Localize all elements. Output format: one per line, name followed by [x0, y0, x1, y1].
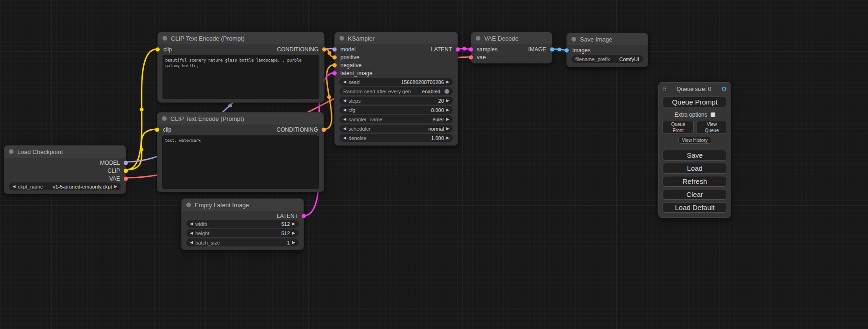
conditioning-output-port[interactable] [322, 127, 326, 132]
increment-arrow-icon[interactable]: ▶ [446, 118, 449, 121]
collapse-dot-icon[interactable] [476, 36, 480, 41]
queue-front-button[interactable]: Queue Front [663, 121, 694, 134]
node-header[interactable]: KSampler [335, 32, 458, 44]
node-ksampler[interactable]: KSampler model LATENT positive negative [334, 32, 458, 146]
collapse-dot-icon[interactable] [9, 149, 14, 154]
slot-label: MODEL [100, 160, 120, 166]
widget-sampler-name[interactable]: ◀ sampler_name euler ▶ [339, 115, 453, 123]
vae-input-port[interactable] [469, 55, 473, 59]
widget-cfg[interactable]: ◀ cfg 8.000 ▶ [339, 106, 453, 114]
widget-width[interactable]: ◀ width 512 ▶ [186, 220, 299, 228]
widget-label: ckpt_name [18, 184, 43, 189]
latent-image-input-port[interactable] [332, 71, 337, 75]
node-title: CLIP Text Encode (Prompt) [170, 115, 244, 122]
widget-value: 8.000 [431, 107, 444, 113]
node-header[interactable]: VAE Decode [471, 32, 552, 44]
increment-arrow-icon[interactable]: ▶ [446, 99, 449, 103]
history-buttons-row: View History [663, 137, 727, 144]
collapse-dot-icon[interactable] [572, 37, 576, 42]
model-output-port[interactable] [124, 161, 128, 165]
samples-input-port[interactable] [469, 47, 473, 51]
node-save-image[interactable]: Save Image images filename_prefix ComfyU… [566, 33, 648, 67]
node-header[interactable]: CLIP Text Encode (Prompt) [157, 112, 324, 125]
output-slot-vae: VAE [4, 175, 126, 182]
widget-denoise[interactable]: ◀ denoise 1.000 ▶ [339, 134, 453, 142]
slot-label: vae [477, 54, 486, 61]
decrement-arrow-icon[interactable]: ◀ [190, 222, 193, 226]
queue-panel: ⠿ Queue size: 0 ⚙ Queue Prompt Extra opt… [658, 82, 731, 218]
node-header[interactable]: Save Image [567, 33, 648, 45]
node-header[interactable]: Load Checkpoint [4, 146, 126, 158]
widget-steps[interactable]: ◀ steps 20 ▶ [339, 97, 453, 105]
collapse-dot-icon[interactable] [162, 36, 167, 41]
input-slot-latent-image: latent_image [335, 69, 458, 77]
widget-label: batch_size [195, 240, 220, 245]
widget-label: denoise [348, 135, 367, 141]
widget-height[interactable]: ◀ height 512 ▶ [186, 229, 299, 237]
decrement-arrow-icon[interactable]: ◀ [343, 99, 346, 103]
clip-input-port[interactable] [155, 47, 160, 51]
decrement-arrow-icon[interactable]: ◀ [343, 108, 346, 112]
increment-arrow-icon[interactable]: ▶ [292, 231, 295, 235]
load-button[interactable]: Load [663, 163, 727, 174]
clear-button[interactable]: Clear [663, 189, 727, 200]
increment-arrow-icon[interactable]: ▶ [446, 80, 449, 84]
prompt-textarea[interactable]: beautiful scenery nature glass bottle la… [162, 55, 319, 99]
collapse-dot-icon[interactable] [186, 203, 191, 207]
increment-arrow-icon[interactable]: ▶ [446, 108, 449, 112]
extra-options-checkbox[interactable] [711, 112, 715, 117]
image-output-port[interactable] [550, 47, 554, 51]
decrement-arrow-icon[interactable]: ◀ [343, 127, 346, 131]
node-clip-text-encode-negative[interactable]: CLIP Text Encode (Prompt) clip CONDITION… [157, 112, 324, 192]
decrement-arrow-icon[interactable]: ◀ [190, 241, 193, 245]
node-load-checkpoint[interactable]: Load Checkpoint MODEL CLIP VAE ◀ ckpt_na… [4, 145, 126, 194]
images-input-port[interactable] [565, 48, 569, 52]
vae-output-port[interactable] [124, 176, 128, 181]
increment-arrow-icon[interactable]: ▶ [292, 222, 295, 226]
prompt-textarea[interactable]: text, watermark [162, 135, 319, 189]
widget-batch-size[interactable]: ◀ batch_size 1 ▶ [186, 238, 299, 246]
view-history-button[interactable]: View History [678, 137, 711, 144]
decrement-arrow-icon[interactable]: ◀ [343, 118, 346, 121]
node-vae-decode[interactable]: VAE Decode samples IMAGE vae [471, 32, 552, 63]
widget-ckpt-name[interactable]: ◀ ckpt_name v1-5-pruned-emaonly.ckpt ▶ [9, 182, 121, 190]
node-clip-text-encode-positive[interactable]: CLIP Text Encode (Prompt) clip CONDITION… [157, 32, 325, 103]
decrement-arrow-icon[interactable]: ◀ [343, 136, 346, 140]
negative-input-port[interactable] [332, 63, 337, 67]
node-empty-latent-image[interactable]: Empty Latent Image LATENT ◀ width 512 ▶ … [181, 198, 304, 250]
queue-prompt-button[interactable]: Queue Prompt [663, 97, 727, 107]
save-button[interactable]: Save [663, 150, 727, 161]
widget-seed[interactable]: ◀ seed 156680208700286 ▶ [339, 78, 453, 86]
widget-value: 1 [287, 240, 290, 245]
positive-input-port[interactable] [332, 55, 337, 59]
collapse-dot-icon[interactable] [162, 116, 167, 121]
decrement-arrow-icon[interactable]: ◀ [190, 231, 193, 235]
widget-random-seed-toggle[interactable]: Random seed after every gen enabled [339, 87, 453, 95]
clip-output-port[interactable] [124, 168, 128, 173]
widget-label: steps [348, 98, 360, 104]
increment-arrow-icon[interactable]: ▶ [446, 127, 449, 131]
toggle-icon[interactable] [445, 89, 449, 94]
model-input-port[interactable] [332, 47, 337, 51]
settings-gear-icon[interactable]: ⚙ [721, 85, 727, 93]
widget-filename-prefix[interactable]: filename_prefix ComfyUI [572, 55, 643, 63]
increment-arrow-icon[interactable]: ▶ [114, 185, 117, 189]
conditioning-output-port[interactable] [322, 47, 326, 51]
decrement-arrow-icon[interactable]: ◀ [13, 185, 15, 189]
collapse-dot-icon[interactable] [339, 36, 344, 41]
increment-arrow-icon[interactable]: ▶ [446, 136, 449, 140]
drag-handle-icon[interactable]: ⠿ [663, 86, 667, 92]
increment-arrow-icon[interactable]: ▶ [292, 241, 295, 245]
view-queue-button[interactable]: View Queue [697, 121, 727, 134]
load-default-button[interactable]: Load Default [663, 202, 727, 213]
clip-input-port[interactable] [155, 127, 159, 132]
node-header[interactable]: Empty Latent Image [182, 199, 303, 211]
latent-output-port[interactable] [302, 214, 306, 218]
input-slot-images: images [567, 46, 648, 54]
node-header[interactable]: CLIP Text Encode (Prompt) [158, 32, 324, 44]
graph-canvas[interactable]: Load Checkpoint MODEL CLIP VAE ◀ ckpt_na… [0, 0, 868, 329]
latent-output-port[interactable] [456, 47, 460, 51]
decrement-arrow-icon[interactable]: ◀ [343, 80, 346, 84]
refresh-button[interactable]: Refresh [663, 176, 727, 187]
widget-scheduler[interactable]: ◀ scheduler normal ▶ [339, 125, 453, 133]
